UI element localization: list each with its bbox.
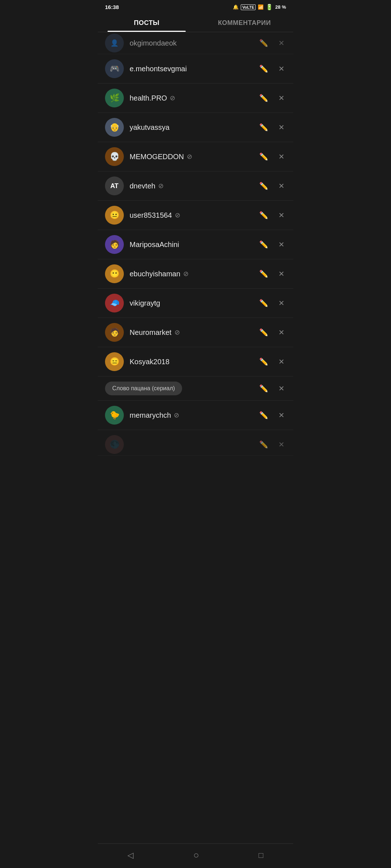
avatar: 🧢 xyxy=(105,294,124,312)
home-button[interactable]: ○ xyxy=(193,850,199,861)
item-actions: ✏️ ✕ xyxy=(258,356,286,367)
banned-icon: ⊘ xyxy=(170,94,175,102)
remove-button[interactable]: ✕ xyxy=(277,297,286,309)
battery-icon: 🔋 xyxy=(266,4,273,10)
list-item: 💀 MEMOGEDDON ⊘ ✏️ ✕ xyxy=(98,142,293,171)
item-actions: ✏️ ✕ xyxy=(258,122,286,133)
item-actions: ✏️ ✕ xyxy=(258,383,286,394)
item-username: dnevteh ⊘ xyxy=(130,182,252,190)
back-button[interactable]: ◁ xyxy=(127,851,134,860)
item-actions: ✏️ ✕ xyxy=(258,327,286,338)
remove-button[interactable]: ✕ xyxy=(277,180,286,192)
item-username: vikigraytg xyxy=(130,299,252,307)
banned-icon: ⊘ xyxy=(174,411,179,419)
list-item: 🐤 memarychch ⊘ ✏️ ✕ xyxy=(98,401,293,430)
remove-button[interactable]: ✕ xyxy=(277,239,286,250)
item-actions: ✏️ ✕ xyxy=(258,439,286,450)
remove-button[interactable]: ✕ xyxy=(277,92,286,104)
edit-button[interactable]: ✏️ xyxy=(258,239,270,250)
list-item: 😶 ebuchyishaman ⊘ ✏️ ✕ xyxy=(98,259,293,289)
list-item: 🧑 MariposaAchini ✏️ ✕ xyxy=(98,230,293,259)
remove-button[interactable]: ✕ xyxy=(277,209,286,221)
avatar: 🌿 xyxy=(105,89,124,107)
item-actions: ✏️ ✕ xyxy=(258,268,286,280)
edit-button[interactable]: ✏️ xyxy=(258,409,270,421)
item-username: okgimondaeok xyxy=(130,39,252,47)
item-actions: ✏️ ✕ xyxy=(258,297,286,309)
list-item: 🌑 ✏️ ✕ xyxy=(98,430,293,456)
edit-button[interactable]: ✏️ xyxy=(258,383,270,394)
item-actions: ✏️ ✕ xyxy=(258,37,286,49)
edit-button[interactable]: ✏️ xyxy=(258,209,270,221)
tag-badge: Слово пацана (сериал) xyxy=(105,382,182,395)
edit-button[interactable]: ✏️ xyxy=(258,151,270,162)
remove-button[interactable]: ✕ xyxy=(277,383,286,394)
avatar: 👤 xyxy=(105,34,124,52)
navigation-bar: ◁ ○ □ xyxy=(98,843,293,868)
item-actions: ✏️ ✕ xyxy=(258,151,286,162)
remove-button[interactable]: ✕ xyxy=(277,327,286,338)
item-username: user8531564 ⊘ xyxy=(130,211,252,220)
remove-button[interactable]: ✕ xyxy=(277,37,286,49)
list-item: 😐 user8531564 ⊘ ✏️ ✕ xyxy=(98,201,293,230)
list-item: 👤 okgimondaeok ✏️ ✕ xyxy=(98,32,293,54)
item-username: MEMOGEDDON ⊘ xyxy=(130,153,252,161)
signal-icon: 📶 xyxy=(258,4,264,10)
edit-button[interactable]: ✏️ xyxy=(258,297,270,309)
remove-button[interactable]: ✕ xyxy=(277,409,286,421)
tab-comments[interactable]: КОММЕНТАРИИ xyxy=(196,13,293,32)
item-username: ebuchyishaman ⊘ xyxy=(130,270,252,278)
avatar: 😐 xyxy=(105,206,124,225)
edit-button[interactable]: ✏️ xyxy=(258,122,270,133)
edit-button[interactable]: ✏️ xyxy=(258,37,270,49)
volte-icon: VoLTE xyxy=(241,4,256,10)
item-username: MariposaAchini xyxy=(130,241,252,249)
time: 16:38 xyxy=(105,4,119,10)
nfc-icon: 🔔 xyxy=(233,4,239,10)
item-username: e.mehontsevgmai xyxy=(130,65,252,73)
remove-button[interactable]: ✕ xyxy=(277,63,286,75)
remove-button[interactable]: ✕ xyxy=(277,356,286,367)
recent-apps-button[interactable]: □ xyxy=(258,851,263,860)
banned-icon: ⊘ xyxy=(175,328,180,336)
edit-button[interactable]: ✏️ xyxy=(258,356,270,367)
item-actions: ✏️ ✕ xyxy=(258,239,286,250)
item-actions: ✏️ ✕ xyxy=(258,63,286,75)
edit-button[interactable]: ✏️ xyxy=(258,180,270,192)
remove-button[interactable]: ✕ xyxy=(277,439,286,450)
avatar: 🐤 xyxy=(105,406,124,425)
remove-button[interactable]: ✕ xyxy=(277,268,286,280)
edit-button[interactable]: ✏️ xyxy=(258,327,270,338)
item-username: yakutvassya xyxy=(130,123,252,132)
edit-button[interactable]: ✏️ xyxy=(258,439,270,450)
list-item-tag: Слово пацана (сериал) ✏️ ✕ xyxy=(98,376,293,401)
banned-icon: ⊘ xyxy=(175,211,180,219)
tab-posts[interactable]: ПОСТЫ xyxy=(98,13,196,32)
list-item: 😑 Kosyak2018 ✏️ ✕ xyxy=(98,347,293,376)
list-item: 🧢 vikigraytg ✏️ ✕ xyxy=(98,289,293,318)
item-actions: ✏️ ✕ xyxy=(258,92,286,104)
edit-button[interactable]: ✏️ xyxy=(258,268,270,280)
avatar: 👴 xyxy=(105,118,124,137)
list-item: 👴 yakutvassya ✏️ ✕ xyxy=(98,113,293,142)
tag-label: Слово пацана (сериал) xyxy=(105,382,252,395)
item-actions: ✏️ ✕ xyxy=(258,209,286,221)
edit-button[interactable]: ✏️ xyxy=(258,92,270,104)
avatar: 🌑 xyxy=(105,435,124,454)
remove-button[interactable]: ✕ xyxy=(277,122,286,133)
list-item: AT dnevteh ⊘ ✏️ ✕ xyxy=(98,171,293,201)
remove-button[interactable]: ✕ xyxy=(277,151,286,162)
avatar: 🧑 xyxy=(105,323,124,342)
item-username: memarychch ⊘ xyxy=(130,411,252,420)
banned-icon: ⊘ xyxy=(187,153,192,161)
status-icons: 🔔 VoLTE 📶 🔋 28 % xyxy=(233,4,286,10)
avatar: 🎮 xyxy=(105,59,124,78)
banned-icon: ⊘ xyxy=(158,182,164,190)
item-username: Neuromarket ⊘ xyxy=(130,328,252,337)
item-username: Kosyak2018 xyxy=(130,358,252,366)
battery-percent: 28 % xyxy=(275,4,286,10)
list-item: 🧑 Neuromarket ⊘ ✏️ ✕ xyxy=(98,318,293,347)
item-actions: ✏️ ✕ xyxy=(258,180,286,192)
edit-button[interactable]: ✏️ xyxy=(258,63,270,75)
item-actions: ✏️ ✕ xyxy=(258,409,286,421)
